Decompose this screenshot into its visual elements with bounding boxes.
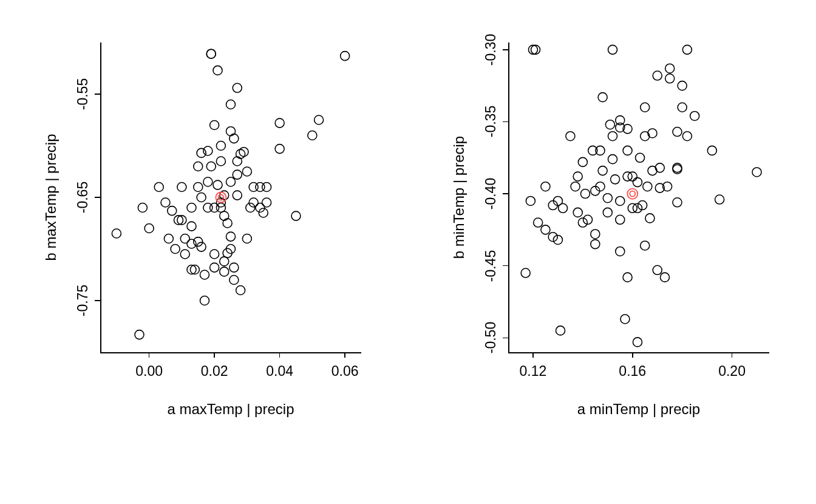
data-point xyxy=(256,203,265,213)
data-point xyxy=(291,211,301,220)
data-point xyxy=(259,208,268,217)
highlight-point xyxy=(630,191,635,197)
data-point xyxy=(645,214,654,223)
data-point xyxy=(226,232,236,241)
data-point xyxy=(197,148,206,157)
data-point xyxy=(213,180,222,189)
data-point xyxy=(616,247,625,256)
data-point xyxy=(275,145,284,154)
data-point xyxy=(161,198,170,207)
data-point xyxy=(341,52,350,61)
data-point xyxy=(210,121,219,130)
data-point xyxy=(210,250,219,259)
data-point xyxy=(608,155,617,164)
data-point xyxy=(168,206,177,216)
panel-mintemp: b minTemp | precip a minTemp | precip 0.… xyxy=(408,0,816,504)
data-point xyxy=(541,225,550,234)
data-point xyxy=(643,182,652,191)
data-point xyxy=(206,162,216,171)
data-point xyxy=(226,177,236,186)
data-point xyxy=(203,177,212,186)
data-point xyxy=(226,127,236,136)
data-point xyxy=(566,132,575,141)
data-point xyxy=(605,120,614,129)
data-point xyxy=(648,129,657,138)
data-point xyxy=(246,203,255,213)
data-point xyxy=(573,208,582,217)
data-point xyxy=(673,128,682,137)
data-point xyxy=(229,134,239,143)
data-point xyxy=(275,118,284,128)
data-point xyxy=(633,338,642,347)
data-point xyxy=(164,234,173,243)
highlight-point xyxy=(216,192,226,203)
scatter-points xyxy=(408,0,816,504)
data-point xyxy=(616,215,625,224)
data-point xyxy=(197,242,206,251)
data-point xyxy=(603,208,612,217)
data-point xyxy=(135,330,144,339)
highlight-point xyxy=(627,189,638,199)
data-point xyxy=(249,198,258,207)
data-point xyxy=(203,146,212,155)
data-point xyxy=(598,93,607,102)
data-point xyxy=(242,167,251,176)
data-point xyxy=(526,196,535,205)
data-point xyxy=(682,132,692,141)
data-point xyxy=(144,224,154,233)
data-point xyxy=(573,172,582,181)
data-point xyxy=(226,100,236,109)
data-point xyxy=(154,183,163,192)
data-point xyxy=(213,66,222,75)
data-point xyxy=(653,265,662,274)
data-point xyxy=(641,241,650,250)
data-point xyxy=(138,203,147,213)
scatter-points xyxy=(0,0,408,504)
data-point xyxy=(682,45,692,54)
data-point xyxy=(187,222,196,231)
data-point xyxy=(206,49,216,58)
data-point xyxy=(690,111,699,120)
data-point xyxy=(236,286,245,295)
data-point xyxy=(233,191,242,200)
data-point xyxy=(223,219,232,228)
data-point xyxy=(262,198,271,207)
data-point xyxy=(200,270,209,279)
data-point xyxy=(194,183,203,192)
data-point xyxy=(233,83,242,92)
data-point xyxy=(187,239,196,248)
data-point xyxy=(623,146,632,155)
data-point xyxy=(200,296,209,305)
data-point xyxy=(636,153,645,162)
data-point xyxy=(655,163,664,172)
data-point xyxy=(752,168,761,177)
data-point xyxy=(220,257,229,266)
data-point xyxy=(571,182,580,191)
data-point xyxy=(633,178,642,187)
data-point xyxy=(210,263,219,272)
data-point xyxy=(556,326,565,335)
data-point xyxy=(603,194,612,203)
panel-maxtemp: b maxTemp | precip a maxTemp | precip 0.… xyxy=(0,0,408,504)
data-point xyxy=(308,131,317,140)
data-point xyxy=(233,157,242,166)
data-point xyxy=(194,162,203,171)
data-point xyxy=(591,240,600,249)
data-point xyxy=(521,268,530,278)
data-point xyxy=(216,203,225,213)
data-point xyxy=(220,211,229,220)
highlight-point xyxy=(218,195,223,200)
scatter-panels: b maxTemp | precip a maxTemp | precip 0.… xyxy=(0,0,816,504)
data-point xyxy=(661,273,670,282)
data-point xyxy=(715,195,724,204)
data-point xyxy=(678,103,687,112)
data-point xyxy=(620,315,630,324)
data-point xyxy=(591,230,600,239)
data-point xyxy=(531,45,540,54)
data-point xyxy=(608,132,617,141)
data-point xyxy=(180,234,189,243)
data-point xyxy=(216,141,225,151)
data-point xyxy=(541,182,550,191)
data-point xyxy=(665,74,675,83)
data-point xyxy=(623,273,632,282)
